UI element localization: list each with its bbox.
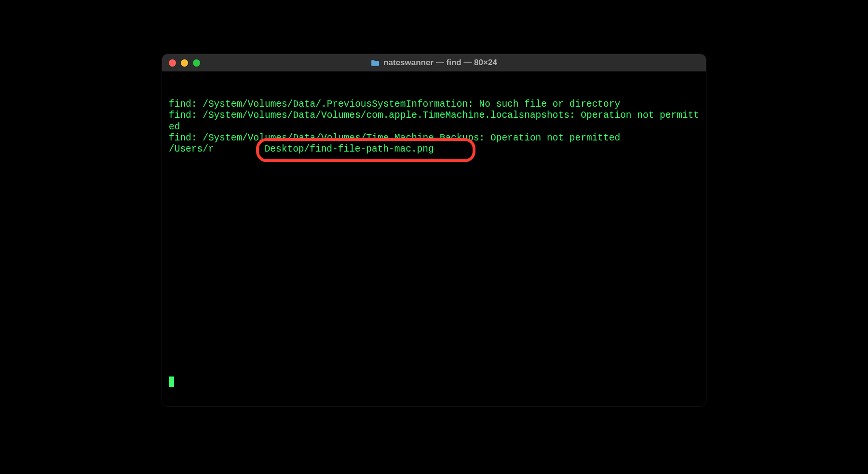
result-path-prefix: /Users/r (169, 144, 214, 154)
terminal-output-line: find: /System/Volumes/Data/Volumes/Time … (169, 133, 699, 144)
window-titlebar[interactable]: nateswanner — find — 80×24 (162, 54, 706, 71)
highlighted-result: Desktop/find-file-path-mac.png (265, 144, 434, 154)
window-title: nateswanner — find — 80×24 (371, 58, 497, 68)
terminal-cursor (169, 376, 174, 387)
terminal-body[interactable]: find: /System/Volumes/Data/.PreviousSyst… (162, 71, 706, 406)
window-title-text: nateswanner — find — 80×24 (383, 58, 497, 68)
maximize-button[interactable] (193, 59, 200, 67)
terminal-window: nateswanner — find — 80×24 find: /System… (162, 54, 706, 406)
terminal-output-line: find: /System/Volumes/Data/.PreviousSyst… (169, 99, 699, 110)
minimize-button[interactable] (181, 59, 188, 67)
terminal-result-line: /Users/rDesktop/find-file-path-mac.png (169, 144, 699, 155)
highlighted-path: Desktop/find-file-path-mac.png (265, 144, 434, 154)
traffic-lights (169, 59, 200, 67)
terminal-output-line: find: /System/Volumes/Data/Volumes/com.a… (169, 110, 699, 133)
close-button[interactable] (169, 59, 176, 67)
folder-icon (371, 59, 380, 67)
